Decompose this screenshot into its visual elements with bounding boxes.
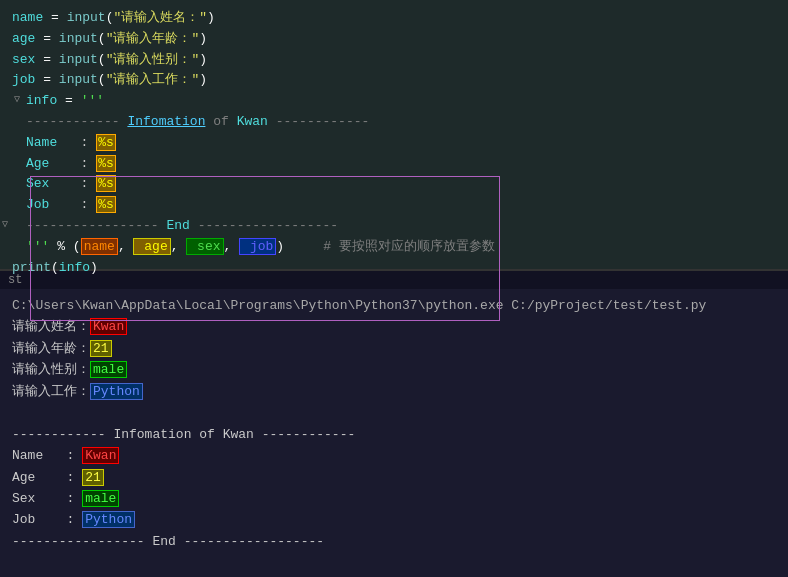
code-line-2: age = input("请输入年龄：") xyxy=(12,29,776,50)
terminal-path: C:\Users\Kwan\AppData\Local\Programs\Pyt… xyxy=(12,295,776,316)
output-name-value: Kwan xyxy=(82,447,119,464)
output-job-value: Python xyxy=(82,511,135,528)
code-line-7: Name : %s xyxy=(12,133,776,154)
code-line-4: job = input("请输入工作：") xyxy=(12,70,776,91)
terminal: C:\Users\Kwan\AppData\Local\Programs\Pyt… xyxy=(0,289,788,577)
input-sex-value: male xyxy=(90,361,127,378)
terminal-name-line: Name : Kwan xyxy=(12,445,776,466)
input-age-value: 21 xyxy=(90,340,112,357)
terminal-prompt-3: 请输入性别：male xyxy=(12,359,776,380)
code-line-6: ------------ Infomation of Kwan --------… xyxy=(12,112,776,133)
code-line-9: Sex : %s xyxy=(12,174,776,195)
code-line-1: name = input("请输入姓名：") xyxy=(12,8,776,29)
code-line-11: ----------------- End ------------------ xyxy=(12,216,776,237)
terminal-blank xyxy=(12,402,776,423)
terminal-prompt-2: 请输入年龄：21 xyxy=(12,338,776,359)
terminal-age-line: Age : 21 xyxy=(12,467,776,488)
terminal-job-line: Job : Python xyxy=(12,509,776,530)
code-line-12: ''' % (name, age, sex, job) # 要按照对应的顺序放置… xyxy=(12,237,776,258)
code-line-13: print(info) xyxy=(12,258,776,279)
terminal-dashes-bot: ----------------- End ------------------ xyxy=(12,531,776,552)
terminal-dashes-top: ------------ Infomation of Kwan --------… xyxy=(12,424,776,445)
output-age-value: 21 xyxy=(82,469,104,486)
terminal-prompt-1: 请输入姓名：Kwan xyxy=(12,316,776,337)
terminal-prompt-4: 请输入工作：Python xyxy=(12,381,776,402)
code-editor: name = input("请输入姓名：") age = input("请输入年… xyxy=(0,0,788,270)
input-name-value: Kwan xyxy=(90,318,127,335)
code-line-5: info = ''' xyxy=(12,91,776,112)
output-sex-value: male xyxy=(82,490,119,507)
code-line-3: sex = input("请输入性别：") xyxy=(12,50,776,71)
collapse-arrow[interactable]: ▽ xyxy=(14,93,20,105)
input-job-value: Python xyxy=(90,383,143,400)
code-line-10: Job : %s xyxy=(12,195,776,216)
collapse-arrow-2[interactable]: ▽ xyxy=(2,218,8,230)
code-line-8: Age : %s xyxy=(12,154,776,175)
terminal-sex-line: Sex : male xyxy=(12,488,776,509)
